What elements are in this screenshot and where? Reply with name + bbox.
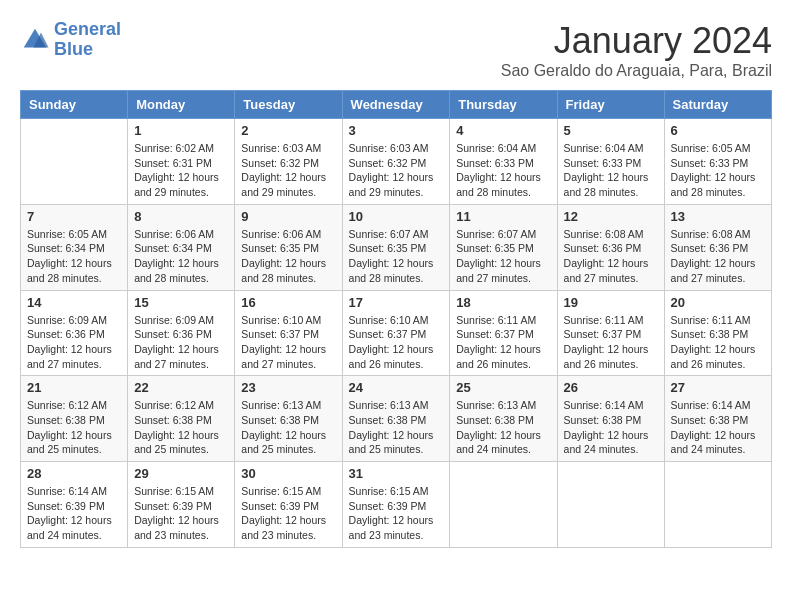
location-title: Sao Geraldo do Araguaia, Para, Brazil xyxy=(501,62,772,80)
day-info: Sunrise: 6:04 AM Sunset: 6:33 PM Dayligh… xyxy=(564,141,658,200)
day-info: Sunrise: 6:03 AM Sunset: 6:32 PM Dayligh… xyxy=(349,141,444,200)
weekday-header-thursday: Thursday xyxy=(450,91,557,119)
day-info: Sunrise: 6:04 AM Sunset: 6:33 PM Dayligh… xyxy=(456,141,550,200)
day-number: 30 xyxy=(241,466,335,481)
day-number: 18 xyxy=(456,295,550,310)
day-info: Sunrise: 6:11 AM Sunset: 6:38 PM Dayligh… xyxy=(671,313,765,372)
day-number: 13 xyxy=(671,209,765,224)
day-number: 19 xyxy=(564,295,658,310)
day-number: 21 xyxy=(27,380,121,395)
weekday-header-friday: Friday xyxy=(557,91,664,119)
day-info: Sunrise: 6:02 AM Sunset: 6:31 PM Dayligh… xyxy=(134,141,228,200)
logo-text: General Blue xyxy=(54,20,121,60)
calendar-cell: 2Sunrise: 6:03 AM Sunset: 6:32 PM Daylig… xyxy=(235,119,342,205)
calendar-cell: 4Sunrise: 6:04 AM Sunset: 6:33 PM Daylig… xyxy=(450,119,557,205)
header: General Blue January 2024 Sao Geraldo do… xyxy=(20,20,772,80)
calendar-cell xyxy=(557,462,664,548)
day-number: 7 xyxy=(27,209,121,224)
day-number: 8 xyxy=(134,209,228,224)
calendar-cell xyxy=(664,462,771,548)
day-number: 23 xyxy=(241,380,335,395)
day-info: Sunrise: 6:07 AM Sunset: 6:35 PM Dayligh… xyxy=(349,227,444,286)
calendar-cell: 29Sunrise: 6:15 AM Sunset: 6:39 PM Dayli… xyxy=(128,462,235,548)
calendar-cell: 9Sunrise: 6:06 AM Sunset: 6:35 PM Daylig… xyxy=(235,204,342,290)
calendar-cell: 27Sunrise: 6:14 AM Sunset: 6:38 PM Dayli… xyxy=(664,376,771,462)
day-info: Sunrise: 6:08 AM Sunset: 6:36 PM Dayligh… xyxy=(564,227,658,286)
day-info: Sunrise: 6:12 AM Sunset: 6:38 PM Dayligh… xyxy=(27,398,121,457)
calendar-week-2: 7Sunrise: 6:05 AM Sunset: 6:34 PM Daylig… xyxy=(21,204,772,290)
calendar-cell: 11Sunrise: 6:07 AM Sunset: 6:35 PM Dayli… xyxy=(450,204,557,290)
day-number: 20 xyxy=(671,295,765,310)
calendar-cell xyxy=(21,119,128,205)
day-info: Sunrise: 6:13 AM Sunset: 6:38 PM Dayligh… xyxy=(456,398,550,457)
calendar-week-5: 28Sunrise: 6:14 AM Sunset: 6:39 PM Dayli… xyxy=(21,462,772,548)
calendar-week-1: 1Sunrise: 6:02 AM Sunset: 6:31 PM Daylig… xyxy=(21,119,772,205)
day-number: 1 xyxy=(134,123,228,138)
day-info: Sunrise: 6:14 AM Sunset: 6:39 PM Dayligh… xyxy=(27,484,121,543)
month-title: January 2024 xyxy=(501,20,772,62)
calendar-week-4: 21Sunrise: 6:12 AM Sunset: 6:38 PM Dayli… xyxy=(21,376,772,462)
calendar-cell: 21Sunrise: 6:12 AM Sunset: 6:38 PM Dayli… xyxy=(21,376,128,462)
day-info: Sunrise: 6:08 AM Sunset: 6:36 PM Dayligh… xyxy=(671,227,765,286)
calendar-cell: 19Sunrise: 6:11 AM Sunset: 6:37 PM Dayli… xyxy=(557,290,664,376)
day-number: 14 xyxy=(27,295,121,310)
calendar-cell: 30Sunrise: 6:15 AM Sunset: 6:39 PM Dayli… xyxy=(235,462,342,548)
day-number: 29 xyxy=(134,466,228,481)
day-number: 12 xyxy=(564,209,658,224)
calendar-cell: 10Sunrise: 6:07 AM Sunset: 6:35 PM Dayli… xyxy=(342,204,450,290)
day-number: 3 xyxy=(349,123,444,138)
day-number: 26 xyxy=(564,380,658,395)
logo: General Blue xyxy=(20,20,121,60)
day-info: Sunrise: 6:15 AM Sunset: 6:39 PM Dayligh… xyxy=(349,484,444,543)
day-info: Sunrise: 6:11 AM Sunset: 6:37 PM Dayligh… xyxy=(564,313,658,372)
calendar-cell: 1Sunrise: 6:02 AM Sunset: 6:31 PM Daylig… xyxy=(128,119,235,205)
day-number: 24 xyxy=(349,380,444,395)
calendar-cell: 3Sunrise: 6:03 AM Sunset: 6:32 PM Daylig… xyxy=(342,119,450,205)
logo-line2: Blue xyxy=(54,39,93,59)
weekday-header-wednesday: Wednesday xyxy=(342,91,450,119)
day-number: 2 xyxy=(241,123,335,138)
calendar-table: SundayMondayTuesdayWednesdayThursdayFrid… xyxy=(20,90,772,548)
day-number: 15 xyxy=(134,295,228,310)
calendar-body: 1Sunrise: 6:02 AM Sunset: 6:31 PM Daylig… xyxy=(21,119,772,548)
day-number: 17 xyxy=(349,295,444,310)
calendar-cell: 12Sunrise: 6:08 AM Sunset: 6:36 PM Dayli… xyxy=(557,204,664,290)
calendar-cell: 26Sunrise: 6:14 AM Sunset: 6:38 PM Dayli… xyxy=(557,376,664,462)
logo-icon xyxy=(20,25,50,55)
logo-line1: General xyxy=(54,19,121,39)
calendar-cell: 18Sunrise: 6:11 AM Sunset: 6:37 PM Dayli… xyxy=(450,290,557,376)
calendar-cell: 5Sunrise: 6:04 AM Sunset: 6:33 PM Daylig… xyxy=(557,119,664,205)
day-number: 16 xyxy=(241,295,335,310)
day-number: 4 xyxy=(456,123,550,138)
calendar-cell: 23Sunrise: 6:13 AM Sunset: 6:38 PM Dayli… xyxy=(235,376,342,462)
day-info: Sunrise: 6:12 AM Sunset: 6:38 PM Dayligh… xyxy=(134,398,228,457)
day-number: 9 xyxy=(241,209,335,224)
day-number: 6 xyxy=(671,123,765,138)
day-info: Sunrise: 6:15 AM Sunset: 6:39 PM Dayligh… xyxy=(134,484,228,543)
day-number: 25 xyxy=(456,380,550,395)
day-info: Sunrise: 6:10 AM Sunset: 6:37 PM Dayligh… xyxy=(241,313,335,372)
calendar-cell: 6Sunrise: 6:05 AM Sunset: 6:33 PM Daylig… xyxy=(664,119,771,205)
calendar-cell: 20Sunrise: 6:11 AM Sunset: 6:38 PM Dayli… xyxy=(664,290,771,376)
day-number: 10 xyxy=(349,209,444,224)
day-info: Sunrise: 6:11 AM Sunset: 6:37 PM Dayligh… xyxy=(456,313,550,372)
weekday-header-monday: Monday xyxy=(128,91,235,119)
calendar-cell: 22Sunrise: 6:12 AM Sunset: 6:38 PM Dayli… xyxy=(128,376,235,462)
day-info: Sunrise: 6:05 AM Sunset: 6:34 PM Dayligh… xyxy=(27,227,121,286)
calendar-cell: 8Sunrise: 6:06 AM Sunset: 6:34 PM Daylig… xyxy=(128,204,235,290)
day-info: Sunrise: 6:07 AM Sunset: 6:35 PM Dayligh… xyxy=(456,227,550,286)
day-info: Sunrise: 6:13 AM Sunset: 6:38 PM Dayligh… xyxy=(241,398,335,457)
calendar-cell: 16Sunrise: 6:10 AM Sunset: 6:37 PM Dayli… xyxy=(235,290,342,376)
calendar-week-3: 14Sunrise: 6:09 AM Sunset: 6:36 PM Dayli… xyxy=(21,290,772,376)
calendar-cell: 15Sunrise: 6:09 AM Sunset: 6:36 PM Dayli… xyxy=(128,290,235,376)
title-area: January 2024 Sao Geraldo do Araguaia, Pa… xyxy=(501,20,772,80)
day-info: Sunrise: 6:13 AM Sunset: 6:38 PM Dayligh… xyxy=(349,398,444,457)
day-info: Sunrise: 6:05 AM Sunset: 6:33 PM Dayligh… xyxy=(671,141,765,200)
day-info: Sunrise: 6:03 AM Sunset: 6:32 PM Dayligh… xyxy=(241,141,335,200)
weekday-header-row: SundayMondayTuesdayWednesdayThursdayFrid… xyxy=(21,91,772,119)
day-number: 11 xyxy=(456,209,550,224)
calendar-cell: 24Sunrise: 6:13 AM Sunset: 6:38 PM Dayli… xyxy=(342,376,450,462)
weekday-header-tuesday: Tuesday xyxy=(235,91,342,119)
day-info: Sunrise: 6:15 AM Sunset: 6:39 PM Dayligh… xyxy=(241,484,335,543)
calendar-cell: 13Sunrise: 6:08 AM Sunset: 6:36 PM Dayli… xyxy=(664,204,771,290)
